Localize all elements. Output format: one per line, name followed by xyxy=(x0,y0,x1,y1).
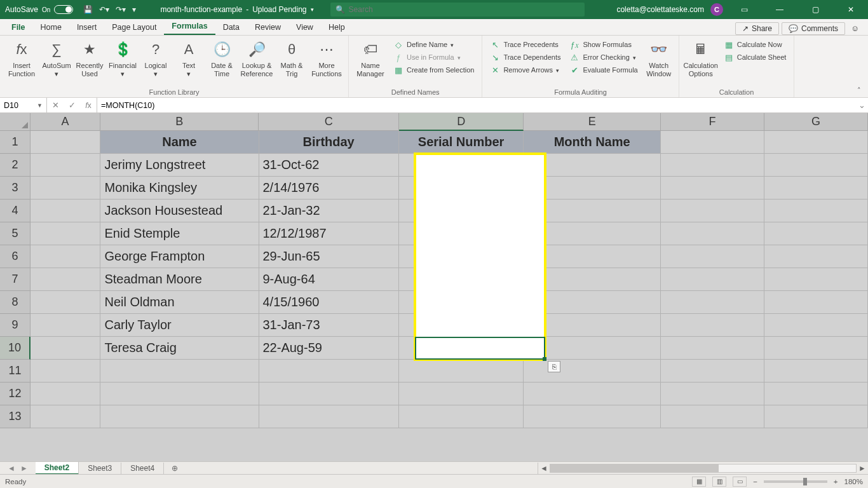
expand-formula-bar-icon[interactable]: ⌄ xyxy=(855,98,868,112)
autofill-options-icon[interactable]: ⎘ xyxy=(548,361,560,372)
ribbon-display-icon[interactable]: ▭ xyxy=(729,0,759,19)
feedback-icon[interactable]: ☺ xyxy=(848,24,863,33)
cell-D1[interactable]: Serial Number xyxy=(399,131,524,154)
cell-E1[interactable]: Month Name xyxy=(524,131,661,154)
create-from-selection-button[interactable]: ▦Create from Selection xyxy=(392,65,475,76)
remove-arrows-button[interactable]: ✕Remove Arrows ▾ xyxy=(489,65,562,76)
more-functions-button[interactable]: ⋯More Functions xyxy=(309,38,344,78)
cell-G5[interactable] xyxy=(764,222,868,245)
column-header-c[interactable]: C xyxy=(259,113,398,131)
cell-B13[interactable] xyxy=(100,405,259,428)
scroll-left-icon[interactable]: ◄ xyxy=(538,464,550,473)
cell-B12[interactable] xyxy=(100,383,259,405)
cell-C13[interactable] xyxy=(259,405,399,428)
cell-D5[interactable]: 12 xyxy=(399,222,524,245)
spreadsheet-grid[interactable]: ABCDEFG 12345678910111213 NameBirthdaySe… xyxy=(0,113,868,461)
math-trig-button[interactable]: θMath & Trig xyxy=(276,38,308,78)
financial-button[interactable]: 💲Financial▾ xyxy=(107,38,139,78)
cell-D7[interactable]: 8 xyxy=(399,268,524,291)
scroll-right-icon[interactable]: ► xyxy=(857,464,868,473)
avatar[interactable]: C xyxy=(710,3,723,16)
define-name-button[interactable]: ◇Define Name ▾ xyxy=(392,39,475,51)
user-email[interactable]: coletta@colettateske.com xyxy=(616,5,704,14)
cell-D3[interactable]: 2 xyxy=(399,177,524,200)
cell-G6[interactable] xyxy=(764,245,868,268)
collapse-ribbon-icon[interactable]: ˄ xyxy=(850,36,868,97)
scrollbar-thumb[interactable] xyxy=(550,464,719,472)
cell-C5[interactable]: 12/12/1987 xyxy=(259,222,399,245)
cell-B6[interactable]: George Frampton xyxy=(100,245,259,268)
cell-E6[interactable] xyxy=(524,245,661,268)
tab-file[interactable]: File xyxy=(4,20,33,35)
tab-insert[interactable]: Insert xyxy=(69,20,104,35)
search-box[interactable]: 🔍 xyxy=(330,3,585,17)
cell-C7[interactable]: 9-Aug-64 xyxy=(259,268,399,291)
cell-D4[interactable]: 1 xyxy=(399,200,524,222)
row-header-10[interactable]: 10 xyxy=(0,337,31,360)
date-time-button[interactable]: 🕒Date & Time xyxy=(206,38,238,78)
column-header-a[interactable]: A xyxy=(31,113,100,131)
text-button[interactable]: AText▾ xyxy=(173,38,205,78)
cell-F1[interactable] xyxy=(661,131,764,154)
chevron-down-icon[interactable]: ▾ xyxy=(311,6,314,13)
cell-G12[interactable] xyxy=(764,383,868,405)
save-icon[interactable]: 💾 xyxy=(83,5,93,14)
cell-B11[interactable] xyxy=(100,360,259,383)
cell-D2[interactable]: 10 xyxy=(399,154,524,177)
cell-F7[interactable] xyxy=(661,268,764,291)
cell-G2[interactable] xyxy=(764,154,868,177)
cell-A8[interactable] xyxy=(31,291,100,314)
undo-icon[interactable]: ↶▾ xyxy=(99,5,109,14)
cell-A4[interactable] xyxy=(31,200,100,222)
cell-G11[interactable] xyxy=(764,360,868,383)
cell-F6[interactable] xyxy=(661,245,764,268)
cancel-formula-icon[interactable]: ✕ xyxy=(47,100,64,110)
cell-C9[interactable]: 31-Jan-73 xyxy=(259,314,399,337)
cell-G9[interactable] xyxy=(764,314,868,337)
cell-B2[interactable]: Jerimy Longstreet xyxy=(100,154,259,177)
cell-A1[interactable] xyxy=(31,131,100,154)
share-button[interactable]: ↗Share xyxy=(735,22,779,35)
row-header-8[interactable]: 8 xyxy=(0,291,31,314)
cell-E5[interactable] xyxy=(524,222,661,245)
tab-help[interactable]: Help xyxy=(321,20,353,35)
trace-precedents-button[interactable]: ↖Trace Precedents xyxy=(489,39,562,51)
comments-button[interactable]: 💬Comments xyxy=(782,22,845,35)
cell-G3[interactable] xyxy=(764,177,868,200)
add-sheet-icon[interactable]: ⊕ xyxy=(164,464,186,473)
autosum-button[interactable]: ∑AutoSum▾ xyxy=(41,38,72,78)
tab-formulas[interactable]: Formulas xyxy=(164,19,215,35)
sheet-tab-sheet3[interactable]: Sheet3 xyxy=(79,463,121,474)
search-input[interactable] xyxy=(349,5,580,14)
cell-D6[interactable]: 6 xyxy=(399,245,524,268)
cell-E11[interactable] xyxy=(524,360,661,383)
page-layout-view-icon[interactable]: ▥ xyxy=(712,477,726,487)
evaluate-formula-button[interactable]: ✔Evaluate Formula xyxy=(568,65,639,76)
tab-review[interactable]: Review xyxy=(247,20,288,35)
cell-G8[interactable] xyxy=(764,291,868,314)
zoom-slider[interactable] xyxy=(764,480,827,483)
row-header-2[interactable]: 2 xyxy=(0,154,31,177)
row-header-1[interactable]: 1 xyxy=(0,131,31,154)
cell-C4[interactable]: 21-Jan-32 xyxy=(259,200,399,222)
cell-E8[interactable] xyxy=(524,291,661,314)
cell-G1[interactable] xyxy=(764,131,868,154)
row-header-11[interactable]: 11 xyxy=(0,360,31,383)
cell-B4[interactable]: Jackson Housestead xyxy=(100,200,259,222)
cell-A13[interactable] xyxy=(31,405,100,428)
cell-F10[interactable] xyxy=(661,337,764,360)
tab-page-layout[interactable]: Page Layout xyxy=(104,20,164,35)
cell-E2[interactable] xyxy=(524,154,661,177)
cell-G13[interactable] xyxy=(764,405,868,428)
minimize-icon[interactable]: — xyxy=(765,0,794,19)
page-break-view-icon[interactable]: ▭ xyxy=(733,477,747,487)
column-header-g[interactable]: G xyxy=(764,113,868,131)
cell-C10[interactable]: 22-Aug-59 xyxy=(259,337,399,360)
cell-D11[interactable] xyxy=(399,360,524,383)
cell-B9[interactable]: Carly Taylor xyxy=(100,314,259,337)
watch-window-button[interactable]: 👓Watch Window xyxy=(643,38,675,78)
cell-A6[interactable] xyxy=(31,245,100,268)
cell-B1[interactable]: Name xyxy=(100,131,259,154)
cell-D10[interactable]: 8 xyxy=(399,337,524,360)
cell-A10[interactable] xyxy=(31,337,100,360)
